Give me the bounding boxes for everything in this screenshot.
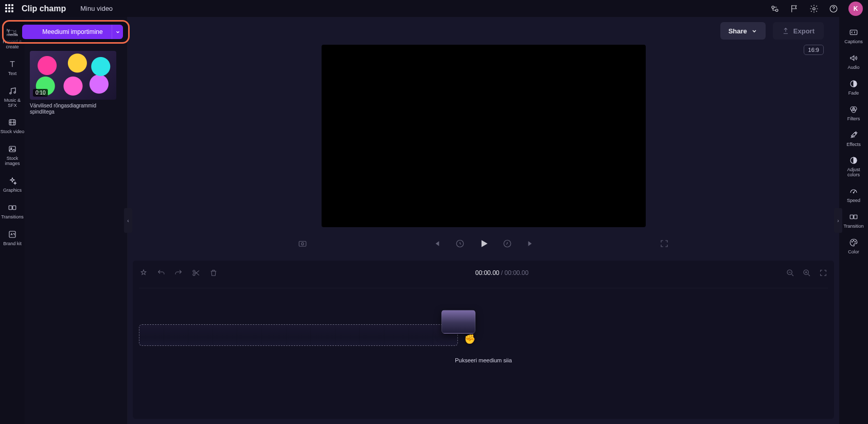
rail-label: Audio — [847, 65, 859, 70]
aspect-ratio-button[interactable]: 16:9 — [804, 45, 824, 55]
transition-icon — [848, 212, 859, 222]
timeline-drop-ghost — [139, 324, 458, 346]
upgrade-icon[interactable] — [769, 3, 781, 15]
svg-point-5 — [10, 93, 11, 94]
rail-label: Adjust colors — [841, 168, 866, 178]
media-name: Värvilised rõngasdiagrammid spindlitega — [30, 103, 122, 115]
right-rail: › Captions Audio Fade Filters Effects Ad… — [839, 17, 868, 424]
timeline: 00:00.00 / 00:00.00 — [133, 261, 834, 419]
media-thumbnail-image: 0:10 — [30, 51, 116, 100]
media-duration-badge: 0:10 — [33, 89, 48, 97]
fit-timeline-button[interactable] — [819, 268, 828, 278]
left-rail-music-sfx[interactable]: Music & SFX — [0, 86, 25, 108]
right-rail-transition[interactable]: Transition — [841, 212, 866, 229]
my-media-folder[interactable]: ly media — [7, 27, 18, 37]
flag-icon[interactable] — [788, 3, 801, 15]
export-icon — [782, 27, 789, 34]
step-back-button[interactable] — [455, 238, 465, 249]
svg-point-30 — [852, 242, 853, 243]
import-dropdown-caret[interactable] — [112, 25, 123, 39]
timeline-toolbar: 00:00.00 / 00:00.00 — [139, 266, 828, 280]
delete-button[interactable] — [209, 268, 218, 278]
time-total: 00:00.00 — [505, 269, 529, 276]
right-rail-effects[interactable]: Effects — [841, 130, 866, 148]
zoom-in-button[interactable] — [802, 268, 811, 278]
apps-icon[interactable] — [5, 4, 14, 13]
left-rail-stock-images[interactable]: Stock images — [0, 144, 25, 167]
film-icon — [7, 117, 17, 127]
timeline-track[interactable]: ✊ — [139, 324, 828, 348]
rail-label: Brand kit — [3, 242, 22, 247]
time-current: 00:00.00 — [475, 269, 500, 276]
auto-button[interactable] — [139, 268, 148, 278]
svg-point-27 — [853, 192, 854, 193]
cc-icon — [848, 27, 859, 38]
fullscreen-button[interactable] — [659, 238, 669, 249]
import-highlight: ly media Meediumi importimine — [2, 20, 130, 44]
right-rail-audio[interactable]: Audio — [841, 53, 866, 70]
left-rail-graphics[interactable]: Graphics — [0, 176, 25, 193]
brand-icon — [7, 229, 17, 239]
contrast-icon — [848, 155, 859, 165]
left-rail-brand-kit[interactable]: Brand kit — [0, 229, 25, 247]
undo-button[interactable] — [156, 268, 166, 278]
skip-back-button[interactable] — [431, 238, 441, 249]
play-button[interactable] — [479, 238, 489, 249]
workspace: Share Export 16:9 — [128, 17, 839, 424]
grab-cursor-icon: ✊ — [464, 334, 475, 345]
text-icon — [7, 59, 17, 69]
zoom-out-button[interactable] — [786, 268, 795, 278]
speaker-icon — [848, 53, 859, 63]
share-button[interactable]: Share — [720, 22, 766, 40]
rail-label: Color — [848, 250, 859, 255]
left-rail-text[interactable]: Text — [0, 59, 25, 77]
rail-label: Captions — [844, 40, 863, 45]
user-avatar[interactable]: K — [848, 2, 863, 16]
timeline-hint: Pukseeri meedium siia — [139, 357, 828, 363]
svg-rect-11 — [13, 206, 16, 210]
fx-icon — [848, 130, 859, 140]
timeline-timecode: 00:00.00 / 00:00.00 — [226, 269, 777, 276]
svg-point-2 — [813, 7, 816, 10]
svg-rect-29 — [854, 215, 857, 219]
export-button[interactable]: Export — [773, 22, 824, 40]
snapshot-button[interactable] — [297, 238, 308, 249]
split-button[interactable] — [191, 268, 201, 278]
rail-label: Graphics — [3, 188, 22, 193]
settings-icon[interactable] — [808, 3, 820, 15]
left-rail-transitions[interactable]: Transitions — [0, 202, 25, 220]
collapse-right-rail-button[interactable]: › — [834, 208, 842, 233]
right-rail-filters[interactable]: Filters — [841, 104, 866, 122]
my-media-label: ly media — [7, 28, 18, 37]
svg-point-1 — [776, 9, 778, 11]
help-icon[interactable] — [827, 3, 840, 15]
right-rail-speed[interactable]: Speed — [841, 186, 866, 204]
redo-button[interactable] — [174, 268, 183, 278]
media-thumbnail[interactable]: 0:10 Värvilised rõngasdiagrammid spindli… — [30, 51, 122, 115]
right-rail-fade[interactable]: Fade — [841, 79, 866, 96]
rail-label: Transition — [843, 224, 863, 229]
timeline-body[interactable]: ✊ Pukseeri meedium siia — [139, 283, 828, 414]
gauge-icon — [848, 186, 859, 196]
svg-point-17 — [193, 270, 195, 272]
video-preview[interactable] — [322, 45, 646, 227]
svg-rect-8 — [9, 146, 15, 152]
image-icon — [7, 144, 17, 154]
right-rail-adjust-colors[interactable]: Adjust colors — [841, 155, 866, 178]
rail-label: Stock video — [1, 130, 25, 135]
skip-forward-button[interactable] — [526, 238, 536, 249]
avatar-initial: K — [854, 5, 858, 12]
left-rail-stock-video[interactable]: Stock video — [0, 117, 25, 135]
step-forward-button[interactable] — [502, 238, 512, 249]
project-title[interactable]: Minu video — [80, 5, 113, 12]
collapse-media-panel-button[interactable]: ‹ — [124, 208, 132, 233]
rail-label: Music & SFX — [0, 98, 25, 108]
chevron-down-icon — [751, 28, 757, 34]
dragging-clip-preview[interactable] — [441, 310, 475, 334]
svg-point-0 — [772, 6, 774, 8]
right-rail-color[interactable]: Color — [841, 237, 866, 255]
right-rail-captions[interactable]: Captions — [841, 27, 866, 45]
import-media-button[interactable]: Meediumi importimine — [22, 25, 123, 39]
app-name: Clip champ — [22, 4, 66, 13]
share-label: Share — [729, 27, 747, 35]
